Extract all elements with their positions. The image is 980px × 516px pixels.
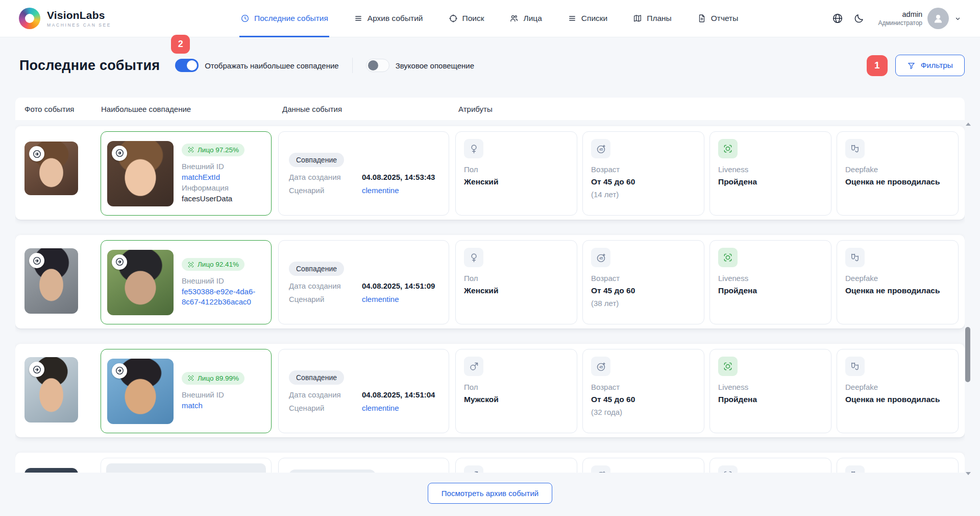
user-menu[interactable]: admin Администратор [878, 8, 962, 29]
nav-item-plans[interactable]: Планы [632, 0, 673, 37]
clock-icon [240, 14, 250, 23]
match-field-value: facesUserData [182, 194, 244, 204]
event-field-value[interactable]: clementine [362, 186, 399, 195]
face-scan-icon [718, 357, 738, 376]
face-similarity-badge: Лицо 92.41% [182, 258, 244, 271]
event-field-label: Сценарий [289, 404, 362, 412]
filters-button[interactable]: Фильтры [895, 55, 965, 76]
attribute-label: Возраст [591, 383, 696, 391]
attribute-value: Пройдена [718, 177, 823, 186]
user-icon [932, 12, 944, 25]
globe-icon[interactable] [832, 13, 843, 24]
masks-icon [845, 465, 865, 473]
attribute-note: (14 лет) [591, 190, 696, 199]
event-photo [24, 142, 78, 195]
best-match-card: Лицо 97.25% Внешний ID matchExtId Информ… [101, 131, 272, 216]
arrow-circle-icon[interactable] [29, 253, 44, 268]
svg-text:45: 45 [599, 147, 603, 151]
match-field-value[interactable]: fe530388-e92e-4da6-8c67-4122b36acac0 [182, 287, 264, 307]
event-field-label: Сценарий [289, 295, 362, 303]
attributes-group: Пол Мужской 45 Возраст От 45 до 60 (32 г… [455, 349, 959, 433]
nav-item-events-archive[interactable]: Архив событий [353, 0, 424, 37]
face-similarity-badge: Лицо 89.99% [182, 372, 244, 385]
people-icon [509, 14, 519, 23]
arrow-circle-icon[interactable] [112, 254, 127, 270]
nav-item-label: Последние события [254, 14, 328, 23]
attribute-label: Liveness [718, 165, 823, 174]
event-row[interactable]: Лицо 97.25% Внешний ID matchExtId Информ… [15, 126, 965, 220]
face-similarity-value: Лицо 97.25% [198, 146, 239, 154]
attribute-label: Возраст [591, 165, 696, 174]
event-row[interactable]: 45 [15, 453, 965, 473]
scroll-down-arrow[interactable] [966, 472, 971, 475]
match-photo [107, 141, 174, 206]
face-badge-icon [187, 261, 194, 268]
scrollbar-thumb[interactable] [965, 327, 970, 382]
attribute-value: Оценка не проводилась [845, 286, 950, 295]
event-photo [24, 248, 78, 314]
nav-item-recent-events[interactable]: Последние события [239, 0, 329, 37]
brand-name: VisionLabs [47, 9, 111, 21]
svg-text:45: 45 [599, 256, 603, 260]
nav-item-reports[interactable]: Отчеты [696, 0, 740, 37]
arrow-circle-icon[interactable] [112, 363, 127, 379]
match-field-value[interactable]: matchExtId [182, 172, 244, 182]
attribute-label: Deepfake [845, 274, 950, 283]
view-archive-button[interactable]: Посмотреть архив событий [428, 483, 552, 504]
match-photo [107, 250, 174, 315]
moon-icon[interactable] [853, 13, 865, 24]
show-best-match-toggle[interactable] [175, 59, 199, 72]
arrow-circle-icon[interactable] [112, 146, 127, 161]
nav-item-label: Отчеты [711, 14, 739, 23]
brand-tagline: MACHINES CAN SEE [47, 22, 111, 28]
attribute-label: Возраст [591, 274, 696, 283]
match-tag: Совпадение [289, 153, 344, 167]
attribute-card-age: 45 [582, 458, 704, 473]
event-field-value[interactable]: clementine [362, 404, 399, 412]
attribute-value: От 45 до 60 [591, 177, 696, 186]
event-data-card: Совпадение Дата создания 04.08.2025, 14:… [278, 349, 449, 433]
scroll-up-arrow[interactable] [966, 123, 971, 126]
attribute-card-deepfake: Deepfake Оценка не проводилась [837, 240, 959, 324]
masks-icon [845, 357, 865, 376]
sound-alert-toggle[interactable] [366, 59, 389, 72]
nav-item-faces[interactable]: Лица [508, 0, 543, 37]
funnel-icon [907, 61, 916, 70]
nav-item-lists[interactable]: Списки [567, 0, 608, 37]
arrow-circle-icon[interactable] [29, 362, 44, 377]
filters-button-label: Фильтры [921, 61, 953, 70]
attribute-value: Мужской [464, 395, 569, 404]
attribute-label: Deepfake [845, 165, 950, 174]
avatar [927, 8, 949, 29]
face-similarity-value: Лицо 89.99% [198, 374, 239, 382]
face-similarity-badge: Лицо 97.25% [182, 144, 244, 156]
nav-item-search[interactable]: Поиск [448, 0, 485, 37]
recent-events-page: Последние события 2 Отображать наибольше… [0, 54, 980, 504]
nav-item-label: Планы [647, 14, 672, 23]
table-header: Фото события Наибольшее совпадение Данны… [15, 98, 965, 120]
attribute-card-liveness: Liveness Пройдена [709, 349, 831, 433]
match-field-label: Информация [182, 183, 244, 192]
attribute-label: Пол [464, 165, 569, 174]
column-header-event-data: Данные события [278, 105, 454, 113]
attribute-label: Пол [464, 383, 569, 391]
attribute-card-gender: Пол Мужской [455, 349, 577, 433]
event-photo [24, 468, 78, 473]
attribute-card-gender: Пол Женский [455, 131, 577, 216]
female-icon [464, 248, 483, 267]
event-field-value[interactable]: clementine [362, 295, 399, 303]
sound-alert-toggle-wrap: Звуковое оповещение [366, 59, 474, 72]
logo-ring-icon [19, 8, 40, 29]
match-field-value[interactable]: match [182, 401, 244, 411]
event-field-label: Сценарий [289, 186, 362, 195]
female-icon [464, 139, 483, 158]
user-name: admin [878, 10, 922, 19]
arrow-circle-icon[interactable] [29, 146, 44, 161]
match-field-label: Внешний ID [182, 276, 264, 285]
best-match-card: Лицо 92.41% Внешний ID fe530388-e92e-4da… [101, 240, 272, 324]
attribute-card-liveness [709, 458, 831, 473]
crosshair-icon [449, 14, 458, 23]
main-nav: Последние события Архив событий Поиск Ли… [146, 0, 832, 37]
event-row[interactable]: Лицо 89.99% Внешний ID match Совпадение … [15, 344, 965, 437]
event-row[interactable]: Лицо 92.41% Внешний ID fe530388-e92e-4da… [15, 235, 965, 329]
